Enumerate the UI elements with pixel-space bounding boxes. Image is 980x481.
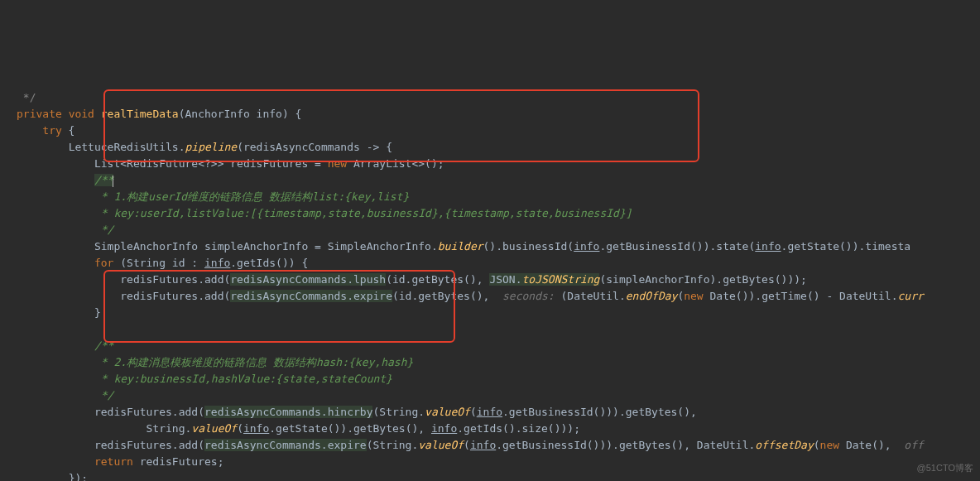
kw-void: void xyxy=(69,108,94,120)
arraylist: ArrayList<>(); xyxy=(347,157,444,170)
expire-call: redisAsyncCommands.expire xyxy=(230,290,392,302)
add-lpush-b: (id.getBytes(), xyxy=(386,273,489,286)
builder-chain-a: SimpleAnchorInfo simpleAnchorInfo = Simp… xyxy=(94,240,438,253)
caret xyxy=(113,176,113,187)
info-ref-6: info xyxy=(431,422,457,435)
lambda-open: (redisAsyncCommands -> { xyxy=(237,141,392,153)
hincrby-c: ( xyxy=(470,406,477,418)
hincrby-d: .getBusinessId())).getBytes(), xyxy=(502,406,697,418)
cur-trunc: curr xyxy=(898,290,924,302)
method-params: (AnchorInfo info) { xyxy=(179,108,302,120)
builder-chain-c: .getBusinessId()).state( xyxy=(599,240,755,253)
hincrby-b: (String. xyxy=(372,406,425,418)
offsetday: offsetDay xyxy=(755,439,813,451)
method-name: realTimeData xyxy=(101,108,179,120)
add-lpush-a: redisFutures.add( xyxy=(120,273,230,286)
info-ref-5: info xyxy=(243,422,269,435)
hincrby-call: redisAsyncCommands.hincrby xyxy=(204,406,373,418)
for-head-b: .getIds()) { xyxy=(230,257,308,269)
valueof-1: valueOf xyxy=(425,406,470,418)
endofday: endOfDay xyxy=(626,290,678,302)
dateutil-b: Date()).getTime() - DateUtil. xyxy=(704,290,898,302)
hincrby-a: redisFutures.add( xyxy=(94,406,204,418)
dateutil-a: (DateUtil. xyxy=(560,290,625,302)
hincrby-f: ( xyxy=(237,422,243,435)
info-ref-3: info xyxy=(204,257,230,269)
kw-new: new xyxy=(328,157,347,170)
doc-line-1a: * 1.构建userId维度的链路信息 数据结构list:{key,list} xyxy=(94,190,409,203)
builder-chain-d: .getState()).timesta xyxy=(781,240,911,253)
kw-new-2: new xyxy=(684,290,703,302)
expire2-c: ( xyxy=(464,439,470,451)
hincrby-e: String. xyxy=(147,422,192,435)
valueof-2: valueOf xyxy=(191,422,237,435)
doc-open-1: /** xyxy=(94,174,113,186)
add-lpush-c: (simpleAnchorInfo).getBytes())); xyxy=(599,273,806,286)
call-pipeline: pipeline xyxy=(185,141,238,153)
expire2-f: Date(), xyxy=(839,439,897,451)
kw-return: return xyxy=(94,455,133,468)
kw-new-3: new xyxy=(820,439,839,451)
expire2-call: redisAsyncCommands.expire xyxy=(204,439,367,451)
for-close: } xyxy=(94,306,101,319)
hincrby-h: .getIds().size())); xyxy=(457,422,580,435)
builder: builder xyxy=(438,240,483,253)
expire2-a: redisFutures.add( xyxy=(94,439,204,451)
builder-chain-b: ().businessId( xyxy=(483,240,574,253)
hincrby-g: .getState()).getBytes(), xyxy=(269,422,431,435)
kw-try: try xyxy=(42,124,61,137)
info-ref-4: info xyxy=(477,406,502,418)
return-val: redisFutures; xyxy=(133,455,224,468)
json-class: JSON.toJSONString xyxy=(489,273,599,286)
doc-open-2: /** xyxy=(94,339,113,352)
info-ref-7: info xyxy=(470,439,496,451)
doc-line-2a: * 2.构建消息模板维度的链路信息 数据结构hash:{key,hash} xyxy=(94,356,413,368)
param-hint-seconds: seconds: xyxy=(496,290,560,302)
expire2-e: ( xyxy=(814,439,820,451)
lpush-call: redisAsyncCommands.lpush xyxy=(230,273,386,286)
kw-private: private xyxy=(17,108,62,120)
doc-line-1b: * key:userId,listValue:[{timestamp,state… xyxy=(94,207,632,219)
info-ref-2: info xyxy=(755,240,781,253)
comment-close: */ xyxy=(17,91,36,103)
doc-line-2b: * key:businessId,hashValue:{state,stateC… xyxy=(94,373,392,385)
call-pipeline-recv: LettuceRedisUtils. xyxy=(69,141,185,153)
lambda-close: }); xyxy=(69,472,88,481)
info-ref-1: info xyxy=(574,240,599,253)
valueof-3: valueOf xyxy=(418,439,464,451)
decl-list: List<RedisFuture<?>> redisFutures = xyxy=(94,157,328,170)
add-expire-a: redisFutures.add( xyxy=(120,290,230,302)
code-editor[interactable]: */ private void realTimeData(AnchorInfo … xyxy=(0,73,980,481)
doc-close-1: */ xyxy=(94,224,113,236)
kw-for: for xyxy=(94,257,113,269)
expire2-d: .getBusinessId())).getBytes(), DateUtil. xyxy=(496,439,755,451)
doc-close-2: */ xyxy=(94,389,113,402)
expire2-b: (String. xyxy=(367,439,419,451)
try-brace: { xyxy=(62,124,75,137)
add-expire-b: (id.getBytes(), xyxy=(392,290,496,302)
for-head-a: (String id : xyxy=(113,257,204,269)
param-hint-off: off xyxy=(898,439,924,451)
watermark: @51CTO博客 xyxy=(917,459,973,476)
